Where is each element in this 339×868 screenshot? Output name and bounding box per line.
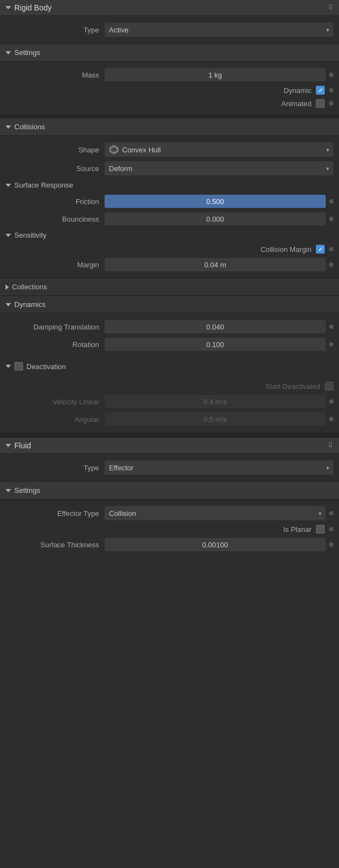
angular-content — [105, 413, 333, 426]
svg-marker-0 — [110, 146, 118, 153]
damping-translation-label: Damping Translation — [6, 323, 105, 331]
effector-type-dot — [329, 511, 333, 515]
effector-type-label: Effector Type — [6, 509, 105, 518]
fluid-panel-header: Fluid ⠿ — [0, 438, 339, 454]
velocity-linear-label: Velocity Linear — [6, 398, 105, 406]
rigid-body-panel-header: Rigid Body ⠿ — [0, 0, 339, 16]
type-dropdown-arrow: ▾ — [326, 27, 329, 33]
rotation-row: Rotation — [0, 336, 339, 353]
velocity-linear-input[interactable] — [105, 395, 326, 408]
velocity-linear-wrapper — [105, 395, 326, 408]
collections-header[interactable]: Collections — [0, 278, 339, 295]
angular-input[interactable] — [105, 413, 326, 426]
type-content: Active ▾ — [105, 23, 333, 37]
margin-label: Margin — [6, 261, 105, 269]
bounciness-row: Bounciness — [0, 210, 339, 228]
collisions-collapse-icon — [6, 125, 11, 129]
collisions-title: Collisions — [14, 123, 45, 131]
damping-translation-input[interactable] — [105, 320, 326, 333]
rotation-input[interactable] — [105, 338, 326, 351]
friction-input[interactable] — [105, 195, 326, 208]
fluid-settings-collapse-icon — [6, 489, 11, 492]
bounciness-input[interactable] — [105, 212, 326, 226]
shape-row: Shape Convex Hull ▾ — [0, 140, 339, 159]
surface-response-header[interactable]: Surface Response — [0, 178, 339, 193]
fluid-type-label: Type — [6, 464, 105, 472]
sensitivity-header[interactable]: Sensitivity — [0, 228, 339, 243]
convex-hull-icon — [109, 145, 119, 155]
bounciness-label: Bounciness — [6, 215, 105, 223]
settings-section-header[interactable]: Settings — [0, 43, 339, 62]
collections-title: Collections — [12, 283, 47, 291]
is-planar-dot — [329, 527, 333, 531]
source-label: Source — [6, 164, 105, 173]
animated-checkbox[interactable] — [316, 99, 325, 108]
deactivation-header[interactable]: Deactivation — [0, 358, 339, 375]
fluid-type-dropdown[interactable]: Effector ▾ — [105, 460, 333, 475]
velocity-linear-content — [105, 395, 333, 408]
sensitivity-collapse-icon — [6, 234, 11, 237]
angular-dot — [329, 417, 333, 421]
type-section: Type Active ▾ — [0, 16, 339, 43]
bounciness-dot — [329, 217, 333, 221]
type-row: Type Active ▾ — [0, 20, 339, 39]
rigid-body-title: Rigid Body — [14, 3, 52, 12]
damping-translation-wrapper — [105, 320, 326, 333]
deactivation-color-swatch — [14, 362, 23, 371]
source-dropdown[interactable]: Deform ▾ — [105, 161, 333, 175]
rotation-label: Rotation — [6, 340, 105, 349]
rigid-body-collapse-icon[interactable] — [6, 6, 11, 9]
start-deactivated-label: Start Deactivated — [265, 382, 320, 391]
mass-row: Mass — [0, 66, 339, 84]
surface-thickness-content — [105, 538, 333, 551]
source-content: Deform ▾ — [105, 161, 333, 175]
shape-label: Shape — [6, 146, 105, 154]
angular-label: Angular — [6, 415, 105, 424]
margin-input[interactable] — [105, 258, 326, 271]
start-deactivated-row: Start Deactivated — [0, 380, 339, 393]
surface-thickness-wrapper — [105, 538, 326, 551]
fluid-settings-header[interactable]: Settings — [0, 481, 339, 499]
dynamics-section-header[interactable]: Dynamics — [0, 295, 339, 314]
collections-collapse-icon — [6, 284, 9, 290]
fluid-settings-body: Effector Type Collision ▾ Is Planar Surf… — [0, 499, 339, 558]
bounciness-input-wrapper — [105, 212, 326, 226]
fluid-settings-title: Settings — [14, 486, 40, 495]
margin-dot — [329, 262, 333, 267]
collisions-section-header[interactable]: Collisions — [0, 118, 339, 136]
surface-thickness-row: Surface Thickness — [0, 536, 339, 553]
fluid-collapse-icon[interactable] — [6, 444, 11, 447]
surface-response-title: Surface Response — [14, 181, 73, 189]
bounciness-content — [105, 212, 333, 226]
shape-content: Convex Hull ▾ — [105, 142, 333, 157]
collision-margin-row: Collision Margin — [0, 243, 339, 256]
type-label: Type — [6, 26, 105, 34]
dynamics-collapse-icon — [6, 303, 11, 306]
shape-icon: Convex Hull — [109, 145, 161, 155]
mass-input[interactable] — [105, 68, 326, 81]
fluid-drag-icon: ⠿ — [328, 442, 333, 449]
fluid-type-dropdown-arrow: ▾ — [326, 465, 329, 471]
effector-type-row: Effector Type Collision ▾ — [0, 504, 339, 523]
surface-thickness-input[interactable] — [105, 538, 326, 551]
velocity-linear-dot — [329, 399, 333, 404]
friction-label: Friction — [6, 197, 105, 206]
is-planar-label: Is Planar — [283, 525, 311, 534]
collisions-body: Shape Convex Hull ▾ Source Deform ▾ — [0, 136, 339, 278]
shape-dropdown[interactable]: Convex Hull ▾ — [105, 142, 333, 157]
damping-translation-content — [105, 320, 333, 333]
effector-type-dropdown[interactable]: Collision ▾ — [105, 506, 326, 520]
type-dropdown[interactable]: Active ▾ — [105, 23, 333, 37]
start-deactivated-checkbox[interactable] — [325, 382, 333, 391]
dynamic-checkbox[interactable] — [316, 86, 325, 95]
animated-row: Animated — [0, 97, 339, 110]
margin-row: Margin — [0, 256, 339, 273]
is-planar-checkbox[interactable] — [316, 525, 325, 534]
collision-margin-dot — [329, 247, 333, 251]
collision-margin-label: Collision Margin — [261, 245, 311, 254]
deactivation-body: Start Deactivated Velocity Linear Angula… — [0, 375, 339, 432]
collision-margin-checkbox[interactable] — [316, 245, 325, 254]
damping-translation-dot — [329, 325, 333, 329]
mass-input-wrapper — [105, 68, 326, 81]
angular-row: Angular — [0, 410, 339, 428]
